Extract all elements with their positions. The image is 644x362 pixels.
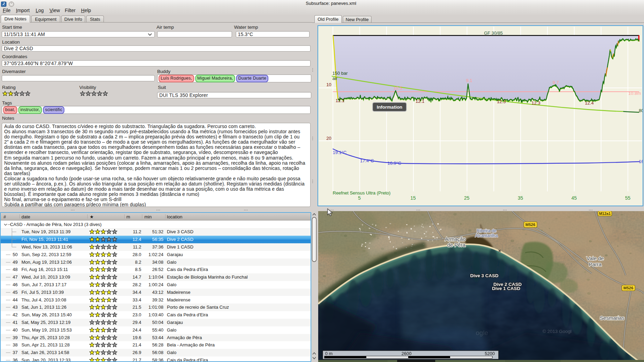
svg-text:10.5: 10.5 xyxy=(393,85,402,91)
svg-text:80: 80 xyxy=(639,108,643,113)
svg-text:Vale de: Vale de xyxy=(587,255,604,261)
svg-text:12.3: 12.3 xyxy=(531,100,540,106)
svg-text:Reefnet Sensus Ultra (Preto): Reefnet Sensus Ultra (Preto) xyxy=(333,190,391,196)
svg-text:12.1: 12.1 xyxy=(415,99,424,104)
svg-text:Dive 1 CASD: Dive 1 CASD xyxy=(492,286,520,291)
svg-text:M526: M526 xyxy=(624,286,634,290)
svg-text:air: air xyxy=(332,76,338,81)
svg-text:0 m: 0 m xyxy=(325,351,333,356)
svg-text:10: 10 xyxy=(327,82,331,87)
svg-text:Parra: Parra xyxy=(589,261,602,267)
svg-text:Information: Information xyxy=(377,105,402,110)
svg-text:15: 15 xyxy=(410,195,416,201)
svg-text:55: 55 xyxy=(625,195,630,201)
svg-text:M12а1: M12а1 xyxy=(599,211,611,216)
svg-text:Dive 3 CASD: Dive 3 CASD xyxy=(470,273,499,278)
svg-text:9.1: 9.1 xyxy=(466,78,472,83)
svg-text:17.4°C: 17.4°C xyxy=(360,158,374,163)
svg-text:25: 25 xyxy=(464,195,469,201)
svg-text:Sesmarias: Sesmarias xyxy=(600,315,625,321)
svg-text:Armação: Armação xyxy=(445,236,466,242)
svg-text:12.4: 12.4 xyxy=(585,100,593,106)
svg-text:© 2013 Googl: © 2013 Googl xyxy=(543,329,572,334)
svg-text:20: 20 xyxy=(327,136,331,141)
svg-text:35: 35 xyxy=(518,195,523,201)
svg-text:de Pêra: de Pêra xyxy=(447,242,466,248)
svg-text:M526: M526 xyxy=(526,223,536,227)
svg-text:45: 45 xyxy=(571,195,577,201)
svg-text:16.9°C: 16.9°C xyxy=(387,161,401,166)
svg-text:150 bar: 150 bar xyxy=(332,71,348,76)
svg-text:Alcantarilha: Alcantarilha xyxy=(475,233,498,238)
svg-text:Ribeira de: Ribeira de xyxy=(477,228,497,233)
svg-text:GF 30/85: GF 30/85 xyxy=(484,30,503,36)
svg-text:12.3: 12.3 xyxy=(497,99,506,104)
svg-text:2600: 2600 xyxy=(402,351,412,356)
svg-text:ogle: ogle xyxy=(476,329,488,336)
svg-text:16: 16 xyxy=(639,159,643,164)
svg-text:19.1°C: 19.1°C xyxy=(333,150,347,155)
svg-text:5200: 5200 xyxy=(485,351,495,356)
svg-text:5: 5 xyxy=(358,195,361,201)
svg-text:12.1: 12.1 xyxy=(336,98,344,103)
svg-text:9.7: 9.7 xyxy=(553,80,559,85)
svg-text:10.8m: 10.8m xyxy=(628,91,641,96)
